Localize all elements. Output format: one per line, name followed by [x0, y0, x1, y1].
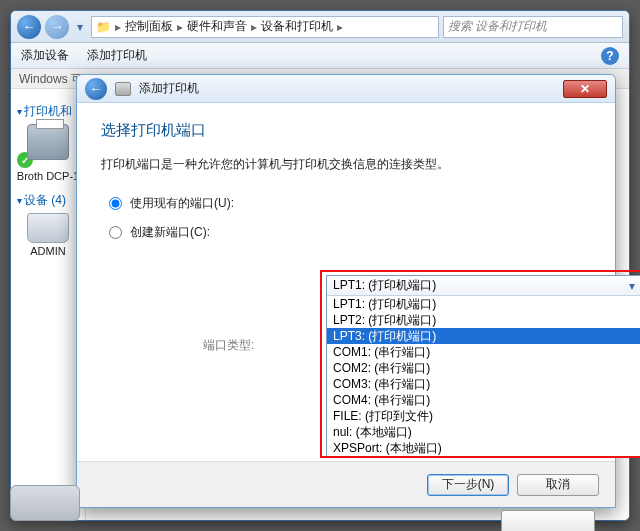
radio-input[interactable]: [109, 226, 122, 239]
dropdown-option[interactable]: COM3: (串行端口): [327, 376, 640, 392]
folder-icon: 📁: [96, 20, 111, 34]
nav-forward-button[interactable]: →: [45, 15, 69, 39]
search-placeholder: 搜索 设备和打印机: [448, 18, 547, 35]
dialog-back-button[interactable]: ←: [85, 78, 107, 100]
dropdown-option[interactable]: nul: (本地端口): [327, 424, 640, 440]
address-bar[interactable]: 📁 ▸ 控制面板 ▸ 硬件和声音 ▸ 设备和打印机 ▸: [91, 16, 439, 38]
printer-small-icon: [115, 82, 131, 96]
dropdown-selected[interactable]: LPT1: (打印机端口): [327, 276, 640, 296]
printer-icon: [27, 124, 69, 160]
radio-label: 创建新端口(C):: [130, 224, 240, 241]
dialog-titlebar: ← 添加打印机 ✕: [77, 75, 615, 103]
search-input[interactable]: 搜索 设备和打印机: [443, 16, 623, 38]
dropdown-list: LPT1: (打印机端口)LPT2: (打印机端口)LPT3: (打印机端口)C…: [327, 296, 640, 456]
breadcrumb[interactable]: 硬件和声音: [187, 18, 247, 35]
breadcrumb[interactable]: 设备和打印机: [261, 18, 333, 35]
devices-category[interactable]: 设备 (4): [17, 192, 79, 209]
radio-input[interactable]: [109, 197, 122, 210]
add-printer-dialog: ← 添加打印机 ✕ 选择打印机端口 打印机端口是一种允许您的计算机与打印机交换信…: [76, 74, 616, 508]
printers-category[interactable]: 打印机和: [17, 103, 79, 120]
port-type-label: 端口类型:: [203, 337, 254, 354]
hdd-icon: [27, 213, 69, 243]
title-bar: ← → ▾ 📁 ▸ 控制面板 ▸ 硬件和声音 ▸ 设备和打印机 ▸ 搜索 设备和…: [11, 11, 629, 43]
dialog-heading: 选择打印机端口: [101, 121, 591, 140]
dropdown-option[interactable]: LPT1: (打印机端口): [327, 296, 640, 312]
close-button[interactable]: ✕: [563, 80, 607, 98]
port-dropdown[interactable]: LPT1: (打印机端口) LPT1: (打印机端口)LPT2: (打印机端口)…: [326, 275, 640, 457]
dropdown-option[interactable]: LPT3: (打印机端口): [327, 328, 640, 344]
radio-label: 使用现有的端口(U):: [130, 195, 240, 212]
info-text: Windows 可: [19, 72, 83, 86]
hdd-device[interactable]: ADMIN: [15, 213, 81, 257]
help-icon[interactable]: ?: [601, 47, 619, 65]
next-button[interactable]: 下一步(N): [427, 474, 509, 496]
add-printer-button[interactable]: 添加打印机: [87, 47, 147, 64]
dialog-title: 添加打印机: [139, 80, 199, 97]
cancel-button[interactable]: 取消: [517, 474, 599, 496]
breadcrumb-sep-icon: ▸: [337, 20, 343, 34]
printer-device[interactable]: ✓ Broth DCP-1: [15, 124, 81, 182]
nav-back-button[interactable]: ←: [17, 15, 41, 39]
dropdown-option[interactable]: COM4: (串行端口): [327, 392, 640, 408]
radio-new-port[interactable]: 创建新端口(C):: [109, 224, 591, 241]
breadcrumb-sep-icon: ▸: [177, 20, 183, 34]
dropdown-option[interactable]: XPSPort: (本地端口): [327, 440, 640, 456]
device-label: ADMIN: [15, 245, 81, 257]
camera-device-icon: [10, 485, 80, 521]
devices-pane: 打印机和 ✓ Broth DCP-1 设备 (4) ADMIN: [11, 89, 86, 520]
breadcrumb[interactable]: 控制面板: [125, 18, 173, 35]
dropdown-option[interactable]: FILE: (打印到文件): [327, 408, 640, 424]
dropdown-option[interactable]: COM2: (串行端口): [327, 360, 640, 376]
radio-existing-port[interactable]: 使用现有的端口(U):: [109, 195, 591, 212]
dropdown-option[interactable]: COM1: (串行端口): [327, 344, 640, 360]
dropdown-option[interactable]: LPT2: (打印机端口): [327, 312, 640, 328]
breadcrumb-sep-icon: ▸: [251, 20, 257, 34]
add-device-button[interactable]: 添加设备: [21, 47, 69, 64]
breadcrumb-sep-icon: ▸: [115, 20, 121, 34]
dialog-footer: 下一步(N) 取消: [77, 461, 615, 507]
toolbar: 添加设备 添加打印机 ?: [11, 43, 629, 69]
nav-history-chevron-icon[interactable]: ▾: [73, 15, 87, 39]
dialog-subtext: 打印机端口是一种允许您的计算机与打印机交换信息的连接类型。: [101, 156, 591, 173]
device-label: Broth DCP-1: [15, 170, 81, 182]
